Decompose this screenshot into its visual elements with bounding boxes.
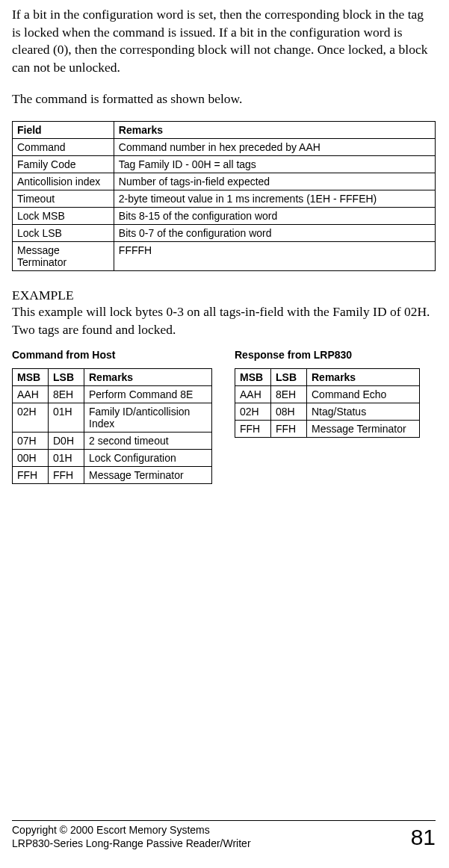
cell-lsb: 08H	[271, 403, 307, 421]
cell-lsb: FFH	[271, 421, 307, 438]
table-row: Family Code Tag Family ID - 00H = all ta…	[13, 156, 436, 173]
table-row: FFH FFH Message Terminator	[235, 421, 420, 438]
table-row: AAH 8EH Command Echo	[235, 386, 420, 403]
col-header-msb: MSB	[13, 369, 49, 386]
cell-remarks: Bits 8-15 of the configuration word	[114, 208, 435, 225]
cell-field: Command	[13, 139, 114, 156]
cell-remarks: Number of tags-in-field expected	[114, 173, 435, 190]
paragraph-command-format: The command is formatted as shown below.	[12, 90, 436, 108]
cell-lsb: FFH	[49, 467, 84, 484]
table-row: Timeout 2-byte timeout value in 1 ms inc…	[13, 190, 436, 208]
cell-remarks: Message Terminator	[84, 467, 212, 484]
page-number: 81	[411, 825, 436, 850]
cell-remarks: Tag Family ID - 00H = all tags	[114, 156, 435, 173]
cell-field: Family Code	[13, 156, 114, 173]
paragraph-config-word: If a bit in the configuration word is se…	[12, 6, 436, 77]
host-command-table: MSB LSB Remarks AAH 8EH Perform Command …	[12, 368, 212, 484]
cell-lsb: 8EH	[49, 386, 84, 403]
cell-msb: 00H	[13, 450, 49, 467]
cell-remarks: Bits 0-7 of the configuration word	[114, 225, 435, 242]
cell-msb: 02H	[13, 403, 49, 433]
table-header-row: Field Remarks	[13, 122, 436, 139]
table-row: Anticollision index Number of tags-in-fi…	[13, 173, 436, 190]
cell-remarks: Ntag/Status	[307, 403, 420, 421]
col-header-remarks: Remarks	[114, 122, 435, 139]
cell-field: Message Terminator	[13, 242, 114, 271]
footer-product: LRP830-Series Long-Range Passive Reader/…	[12, 837, 251, 851]
cell-field: Lock MSB	[13, 208, 114, 225]
cell-remarks: Family ID/anticollision Index	[84, 403, 212, 433]
example-heading: EXAMPLE	[12, 288, 436, 303]
cell-lsb: D0H	[49, 433, 84, 450]
cell-remarks: 2-byte timeout value in 1 ms increments …	[114, 190, 435, 208]
col-header-msb: MSB	[235, 369, 271, 386]
cell-field: Timeout	[13, 190, 114, 208]
cell-msb: AAH	[235, 386, 271, 403]
cell-lsb: 01H	[49, 403, 84, 433]
cell-remarks: Perform Command 8E	[84, 386, 212, 403]
cell-remarks: 2 second timeout	[84, 433, 212, 450]
footer-copyright: Copyright © 2000 Escort Memory Systems	[12, 824, 251, 837]
table-row: 02H 01H Family ID/anticollision Index	[13, 403, 212, 433]
response-table: MSB LSB Remarks AAH 8EH Command Echo 02H…	[235, 368, 420, 438]
cell-msb: 07H	[13, 433, 49, 450]
cell-remarks: Message Terminator	[307, 421, 420, 438]
response-heading: Response from LRP830	[235, 349, 420, 361]
table-header-row: MSB LSB Remarks	[13, 369, 212, 386]
cell-msb: AAH	[13, 386, 49, 403]
col-header-remarks: Remarks	[84, 369, 212, 386]
host-command-heading: Command from Host	[12, 349, 212, 361]
cell-remarks: Command number in hex preceded by AAH	[114, 139, 435, 156]
cell-field: Lock LSB	[13, 225, 114, 242]
table-row: 00H 01H Lock Configuration	[13, 450, 212, 467]
table-header-row: MSB LSB Remarks	[235, 369, 420, 386]
cell-msb: FFH	[235, 421, 271, 438]
cell-lsb: 01H	[49, 450, 84, 467]
table-row: AAH 8EH Perform Command 8E	[13, 386, 212, 403]
example-body: This example will lock bytes 0-3 on all …	[12, 303, 436, 338]
table-row: Command Command number in hex preceded b…	[13, 139, 436, 156]
cell-remarks: FFFFH	[114, 242, 435, 271]
table-row: Message Terminator FFFFH	[13, 242, 436, 271]
command-format-table: Field Remarks Command Command number in …	[12, 121, 436, 271]
cell-field: Anticollision index	[13, 173, 114, 190]
table-row: 07H D0H 2 second timeout	[13, 433, 212, 450]
cell-msb: FFH	[13, 467, 49, 484]
table-row: FFH FFH Message Terminator	[13, 467, 212, 484]
col-header-lsb: LSB	[271, 369, 307, 386]
col-header-lsb: LSB	[49, 369, 84, 386]
table-row: Lock LSB Bits 0-7 of the configuration w…	[13, 225, 436, 242]
cell-remarks: Lock Configuration	[84, 450, 212, 467]
table-row: 02H 08H Ntag/Status	[235, 403, 420, 421]
col-header-remarks: Remarks	[307, 369, 420, 386]
table-row: Lock MSB Bits 8-15 of the configuration …	[13, 208, 436, 225]
col-header-field: Field	[13, 122, 114, 139]
cell-msb: 02H	[235, 403, 271, 421]
cell-lsb: 8EH	[271, 386, 307, 403]
page-footer: Copyright © 2000 Escort Memory Systems L…	[12, 820, 436, 850]
cell-remarks: Command Echo	[307, 386, 420, 403]
